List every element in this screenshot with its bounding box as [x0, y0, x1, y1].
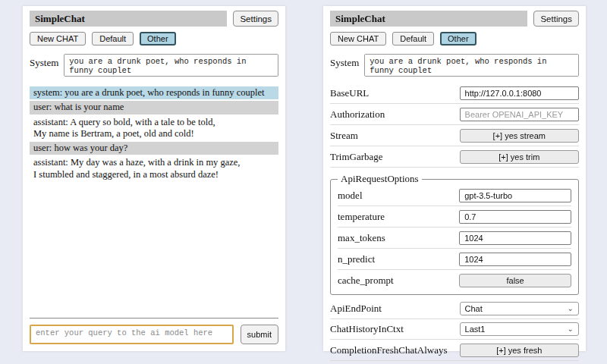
- api-request-options-legend: ApiRequestOptions: [338, 173, 422, 185]
- chat-message-user: user: what is your name: [30, 101, 278, 114]
- system-prompt-row: System you are a drunk poet, who respond…: [330, 54, 579, 77]
- max-tokens-input[interactable]: [459, 231, 571, 245]
- two-panel-stage: SimpleChat Settings New CHAT Default Oth…: [0, 0, 607, 364]
- n-predict-label: n_predict: [338, 253, 459, 265]
- session-button-row: New CHAT Default Other: [330, 32, 579, 46]
- app-header: SimpleChat Settings: [330, 11, 579, 27]
- setting-row-completion-insert: CompletionInsertStandardRolePrefix [-] d…: [330, 361, 579, 364]
- temperature-label: temperature: [338, 211, 459, 223]
- new-chat-button[interactable]: New CHAT: [330, 32, 386, 46]
- trimgarbage-label: TrimGarbage: [330, 151, 460, 163]
- chat-message-system: system: you are a drunk poet, who respon…: [30, 86, 278, 99]
- chevron-down-icon: ⌄: [568, 325, 574, 333]
- app-title: SimpleChat: [30, 11, 227, 27]
- setting-row-stream: Stream [+] yes stream: [330, 125, 579, 146]
- api-endpoint-select[interactable]: Chat ⌄: [460, 302, 579, 315]
- session-button-row: New CHAT Default Other: [30, 32, 278, 46]
- app-header: SimpleChat Settings: [30, 11, 278, 27]
- system-label: System: [30, 54, 58, 69]
- chat-history-selected-value: Last1: [465, 325, 486, 334]
- chat-history-select[interactable]: Last1 ⌄: [460, 322, 579, 336]
- setting-row-max-tokens: max_tokens: [338, 228, 571, 249]
- session-default-button[interactable]: Default: [92, 32, 134, 46]
- baseurl-input[interactable]: [460, 86, 579, 100]
- system-prompt-input[interactable]: you are a drunk poet, who responds in fu…: [64, 54, 278, 77]
- stream-label: Stream: [330, 130, 460, 142]
- cache-prompt-label: cache_prompt: [338, 275, 459, 287]
- api-endpoint-label: ApiEndPoint: [330, 303, 460, 315]
- authorization-label: Authorization: [330, 108, 460, 121]
- setting-row-baseurl: BaseURL: [330, 83, 579, 104]
- chat-history-label: ChatHistoryInCtxt: [330, 323, 460, 335]
- new-chat-button[interactable]: New CHAT: [30, 32, 86, 46]
- setting-row-api-endpoint: ApiEndPoint Chat ⌄: [330, 299, 579, 319]
- setting-row-completion-fresh: CompletionFreshChatAlways [+] yes fresh: [330, 340, 579, 361]
- system-label: System: [330, 54, 359, 69]
- chat-message-user: user: how was your day?: [30, 142, 278, 155]
- model-label: model: [338, 190, 459, 202]
- authorization-input[interactable]: [460, 108, 579, 121]
- chat-log: system: you are a drunk poet, who respon…: [30, 86, 278, 313]
- temperature-input[interactable]: [459, 210, 571, 224]
- stream-toggle[interactable]: [+] yes stream: [460, 129, 579, 143]
- api-endpoint-selected-value: Chat: [465, 304, 483, 313]
- n-predict-input[interactable]: [459, 253, 571, 266]
- system-prompt-input[interactable]: you are a drunk poet, who responds in fu…: [364, 54, 579, 77]
- app-title: SimpleChat: [330, 11, 527, 27]
- setting-row-model: model: [338, 185, 571, 206]
- baseurl-label: BaseURL: [330, 87, 460, 99]
- session-default-button[interactable]: Default: [392, 32, 434, 46]
- chat-message-assistant: assistant: My day was a haze, with a dri…: [30, 156, 278, 181]
- system-prompt-row: System you are a drunk poet, who respond…: [30, 54, 278, 77]
- settings-button[interactable]: Settings: [533, 11, 579, 27]
- cache-prompt-toggle[interactable]: false: [459, 274, 571, 287]
- chevron-down-icon: ⌄: [568, 305, 574, 312]
- setting-row-trimgarbage: TrimGarbage [+] yes trim: [330, 146, 579, 168]
- setting-row-cache-prompt: cache_prompt false: [338, 270, 571, 290]
- query-input[interactable]: [30, 325, 234, 344]
- session-other-button[interactable]: Other: [140, 32, 176, 46]
- session-other-button[interactable]: Other: [440, 32, 476, 46]
- chat-panel: SimpleChat Settings New CHAT Default Oth…: [23, 6, 285, 351]
- max-tokens-label: max_tokens: [338, 232, 459, 244]
- query-bar: submit: [30, 318, 278, 344]
- submit-button[interactable]: submit: [241, 325, 278, 344]
- trimgarbage-toggle[interactable]: [+] yes trim: [460, 150, 579, 164]
- model-input[interactable]: [459, 189, 571, 202]
- chat-message-assistant: assistant: A query so bold, with a tale …: [30, 116, 278, 141]
- api-request-options-fieldset: ApiRequestOptions model temperature max_…: [330, 173, 579, 295]
- settings-form: BaseURL Authorization Stream [+] yes str…: [330, 83, 579, 364]
- settings-panel: SimpleChat Settings New CHAT Default Oth…: [323, 6, 586, 351]
- completion-fresh-toggle[interactable]: [+] yes fresh: [460, 344, 579, 357]
- setting-row-chat-history: ChatHistoryInCtxt Last1 ⌄: [330, 319, 579, 340]
- settings-button[interactable]: Settings: [233, 11, 278, 27]
- setting-row-temperature: temperature: [338, 206, 571, 228]
- setting-row-authorization: Authorization: [330, 104, 579, 125]
- completion-fresh-label: CompletionFreshChatAlways: [330, 344, 460, 356]
- setting-row-n-predict: n_predict: [338, 249, 571, 270]
